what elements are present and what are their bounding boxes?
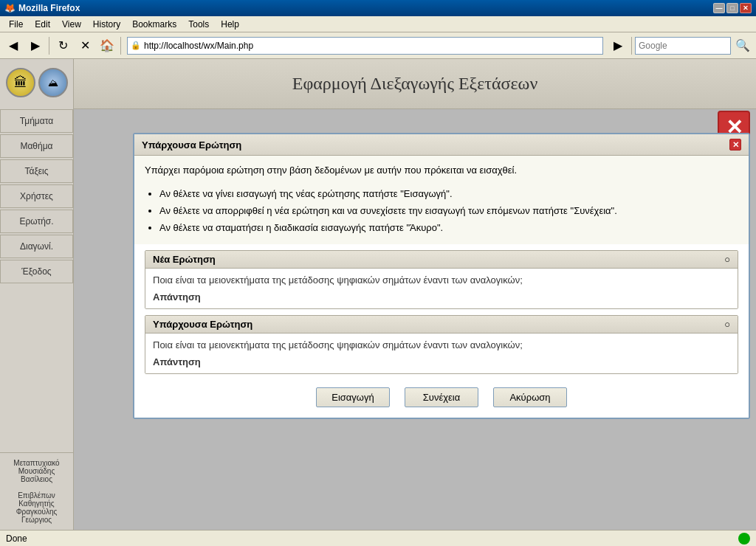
bullet-2: Αν θέλετε να απορριφθεί η νέα ερώτηση κα… xyxy=(159,202,738,219)
sidebar: 🏛 ⛰ Τμήματα Μαθήμα Τάξεις Χρήστες Ερωτήσ… xyxy=(0,59,74,530)
menu-view[interactable]: View xyxy=(56,18,87,31)
nav-taxeis[interactable]: Τάξεις xyxy=(0,159,73,183)
dialog-close-button[interactable]: ✕ xyxy=(729,139,741,151)
insert-button[interactable]: Εισαγωγή xyxy=(316,387,390,407)
menu-bar: File Edit View History Bookmarks Tools H… xyxy=(0,16,756,32)
existing-question-collapse-icon: ○ xyxy=(724,319,730,330)
dialog-title: Υπάρχουσα Ερώτηση xyxy=(142,139,241,151)
new-question-header: Νέα Ερώτηση ○ xyxy=(145,251,738,269)
page-header: Εφαρμογή Διεξαγωγής Εξετάσεων xyxy=(74,59,756,109)
dialog-buttons: Εισαγωγή Συνέχεια Ακύρωση xyxy=(134,380,749,418)
cancel-button[interactable]: Ακύρωση xyxy=(493,387,567,407)
status-text: Done xyxy=(6,533,27,544)
nav-exodos[interactable]: Έξοδος xyxy=(0,260,73,283)
lock-icon: 🔒 xyxy=(131,41,141,50)
bullet-1: Αν θέλετε να γίνει εισαγωγή της νέας ερώ… xyxy=(159,185,738,202)
footer-line2: Μουσιάδης Βασίλειος xyxy=(6,467,67,483)
reload-button[interactable]: ↻ xyxy=(52,35,73,56)
existing-question-title: Υπάρχουσα Ερώτηση xyxy=(153,319,252,330)
home-button[interactable]: 🏠 xyxy=(97,35,117,56)
maximize-button[interactable]: □ xyxy=(726,3,738,13)
address-input[interactable] xyxy=(144,41,599,51)
nav-diagonis[interactable]: Διαγωνί. xyxy=(0,235,73,258)
address-bar: 🔒 xyxy=(127,37,603,55)
dialog-body: Υπάρχει παρόμοια ερώτηση στην βάση δεδομ… xyxy=(134,156,749,244)
content-wrapper: Εφαρμογή Διεξαγωγής Εξετάσεων ✕ Υπάρχουσ… xyxy=(74,59,756,530)
title-bar-text: Mozilla Firefox xyxy=(18,3,80,13)
stop-button[interactable]: ✕ xyxy=(75,35,95,56)
search-input[interactable] xyxy=(635,37,731,55)
new-question-collapse-icon: ○ xyxy=(724,254,730,265)
back-button[interactable]: ◀ xyxy=(3,35,24,56)
separator-3 xyxy=(631,37,632,55)
forward-button[interactable]: ▶ xyxy=(25,35,46,56)
minimize-button[interactable]: — xyxy=(713,3,725,13)
nav-xristes[interactable]: Χρήστες xyxy=(0,184,73,208)
separator-2 xyxy=(120,37,121,55)
footer-line4: Φραγκούλης Γεώργιος xyxy=(6,508,67,524)
existing-question-header: Υπάρχουσα Ερώτηση ○ xyxy=(145,316,738,334)
sidebar-nav: Τμήματα Μαθήμα Τάξεις Χρήστες Ερωτήσ. Δι… xyxy=(0,109,73,283)
menu-tools[interactable]: Tools xyxy=(182,18,215,31)
main-area: 🏛 ⛰ Τμήματα Μαθήμα Τάξεις Χρήστες Ερωτήσ… xyxy=(0,59,756,530)
menu-file[interactable]: File xyxy=(3,18,29,31)
page-title: Εφαρμογή Διεξαγωγής Εξετάσεων xyxy=(292,74,538,93)
existing-question-text: Ποια είναι τα μειονεκτήματα της μετάδοση… xyxy=(153,339,730,350)
existing-answer-label: Απάντηση xyxy=(153,356,730,367)
logo-2: ⛰ xyxy=(38,68,68,97)
content-area: Εφαρμογή Διεξαγωγής Εξετάσεων ✕ Υπάρχουσ… xyxy=(74,59,756,530)
dialog-info-text: Υπάρχει παρόμοια ερώτηση στην βάση δεδομ… xyxy=(145,163,738,178)
new-question-text: Ποια είναι τα μειονεκτήματα της μετάδοση… xyxy=(153,274,730,286)
menu-edit[interactable]: Edit xyxy=(29,18,56,31)
menu-bookmarks[interactable]: Bookmarks xyxy=(126,18,182,31)
go-button[interactable]: ▶ xyxy=(608,35,628,56)
footer-line1: Μεταπτυχιακό xyxy=(6,459,67,467)
dialog-title-bar: Υπάρχουσα Ερώτηση ✕ xyxy=(134,134,749,156)
separator-1 xyxy=(49,37,49,55)
bullet-3: Αν θέλετε να σταματήσει η διαδικασία εισ… xyxy=(159,219,738,236)
dialog: Υπάρχουσα Ερώτηση ✕ Υπάρχει παρόμοια ερώ… xyxy=(133,133,750,419)
new-question-body: Ποια είναι τα μειονεκτήματα της μετάδοση… xyxy=(145,269,738,308)
nav-erotiseis[interactable]: Ερωτήσ. xyxy=(0,210,73,233)
status-indicator xyxy=(738,533,750,545)
nav-mathima[interactable]: Μαθήμα xyxy=(0,134,73,158)
nav-tmimata[interactable]: Τμήματα xyxy=(0,109,73,133)
new-answer-label: Απάντηση xyxy=(153,291,730,303)
new-question-title: Νέα Ερώτηση xyxy=(153,254,216,265)
menu-history[interactable]: History xyxy=(87,18,126,31)
title-bar: 🦊 Mozilla Firefox — □ ✕ xyxy=(0,0,756,16)
sidebar-footer: Μεταπτυχιακό Μουσιάδης Βασίλειος Επιβλέπ… xyxy=(0,452,73,530)
footer-line3: Επιβλέπων Καθηγητής xyxy=(6,491,67,508)
close-window-button[interactable]: ✕ xyxy=(740,3,752,13)
new-question-section: Νέα Ερώτηση ○ Ποια είναι τα μειονεκτήματ… xyxy=(145,250,738,309)
firefox-icon: 🦊 xyxy=(4,3,16,13)
sidebar-logos: 🏛 ⛰ xyxy=(3,65,71,100)
menu-help[interactable]: Help xyxy=(215,18,245,31)
status-bar: Done xyxy=(0,530,756,546)
toolbar: ◀ ▶ ↻ ✕ 🏠 🔒 ▶ 🔍 xyxy=(0,32,756,59)
dialog-bullets: Αν θέλετε να γίνει εισαγωγή της νέας ερώ… xyxy=(145,185,738,237)
existing-question-section: Υπάρχουσα Ερώτηση ○ Ποια είναι τα μειονε… xyxy=(145,315,738,374)
search-button[interactable]: 🔍 xyxy=(732,35,753,56)
continue-button[interactable]: Συνέχεια xyxy=(405,387,478,407)
existing-question-body: Ποια είναι τα μειονεκτήματα της μετάδοση… xyxy=(145,334,738,373)
logo-1: 🏛 xyxy=(6,68,35,97)
